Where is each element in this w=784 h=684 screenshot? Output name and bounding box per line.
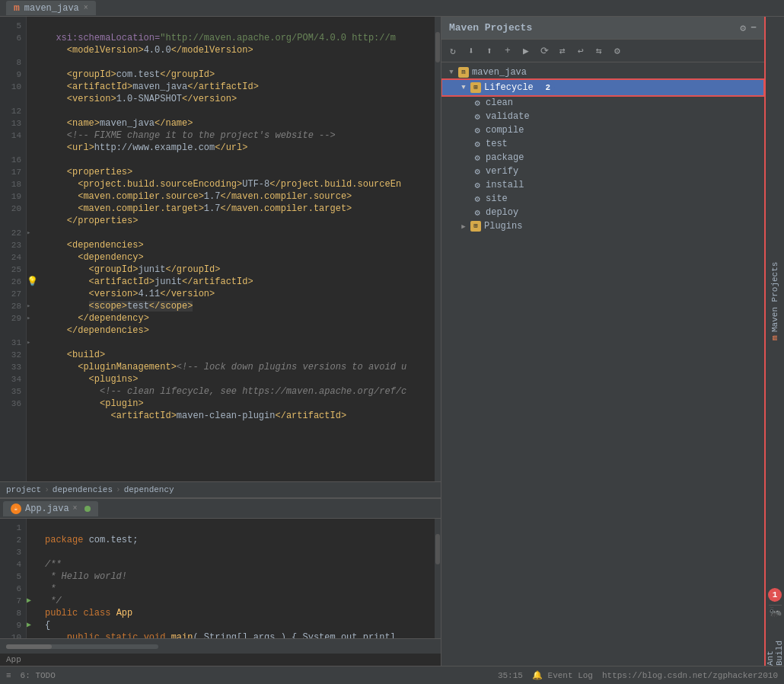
tree-root-label: maven_java — [472, 67, 527, 78]
editor-pane: 56 89 10 121314 16171819 20 222324 25262… — [0, 17, 441, 666]
close-tab-button[interactable]: × — [84, 4, 88, 12]
event-log-btn[interactable]: 🔔 Event Log — [532, 670, 593, 680]
ant-build-label: Ant Build — [766, 622, 784, 666]
tree-item-clean[interactable]: ⚙ clean — [441, 96, 764, 110]
tree-item-test[interactable]: ⚙ test — [441, 137, 764, 151]
tree-item-deploy[interactable]: ⚙ deploy — [441, 206, 764, 219]
maven-settings-btn[interactable]: ⚙ — [609, 43, 626, 59]
clean-gear-icon: ⚙ — [472, 97, 483, 108]
maven-skip-btn[interactable]: ↩ — [572, 43, 589, 59]
compile-gear-icon: ⚙ — [472, 125, 483, 136]
plugins-folder-icon: ⊞ — [470, 221, 481, 232]
breadcrumb-dependencies[interactable]: dependencies — [53, 485, 113, 494]
maven-java-tab[interactable]: m maven_java × — [6, 1, 96, 15]
test-gear-icon: ⚙ — [472, 139, 483, 149]
lifecycle-badge: 2 — [541, 81, 555, 94]
ant-icon: 🐜 — [769, 606, 782, 618]
tree-clean-label: clean — [486, 97, 513, 108]
tree-plugins-label: Plugins — [484, 221, 522, 232]
tree-package-label: package — [486, 152, 524, 163]
ant-build-section[interactable]: 🐜 Ant Build — [769, 605, 782, 666]
bottom-line-numbers: 123456 789101112 1314 — [0, 519, 27, 638]
maven-header: Maven Projects ⚙ − — [441, 17, 764, 40]
maven-folder-icon: m — [458, 67, 469, 78]
maven-filter-btn[interactable]: ⇆ — [591, 43, 607, 59]
verify-gear-icon: ⚙ — [472, 166, 483, 177]
tab-title: maven_java — [24, 3, 79, 14]
tree-compile-label: compile — [486, 125, 524, 136]
tree-validate-label: validate — [486, 111, 530, 122]
maven-refresh-btn[interactable]: ↻ — [445, 43, 461, 59]
breadcrumb: project › dependencies › dependency — [0, 481, 441, 498]
package-gear-icon: ⚙ — [472, 152, 483, 163]
sidebar-badge: 1 — [768, 588, 782, 602]
deploy-gear-icon: ⚙ — [472, 207, 483, 218]
install-gear-icon: ⚙ — [472, 180, 483, 190]
tree-deploy-label: deploy — [486, 207, 518, 218]
url-label: https://blog.csdn.net/zgphacker2010 — [602, 671, 778, 680]
close-app-tab[interactable]: × — [73, 504, 78, 513]
lifecycle-folder-icon: ⊞ — [470, 82, 481, 93]
maven-projects-sidebar-tab[interactable]: m Maven Projects — [770, 17, 779, 585]
code-text-top[interactable]: xsi:schemaLocation="http://maven.apache.… — [39, 17, 435, 481]
maven-upload-btn[interactable]: ⬆ — [481, 43, 498, 59]
maven-run-debug-btn[interactable]: ⟳ — [536, 43, 553, 59]
todo-label[interactable]: 6: TODO — [21, 671, 56, 680]
bottom-scrollbar[interactable] — [435, 519, 441, 638]
maven-panel: Maven Projects ⚙ − ↻ ⬇ ⬆ + ▶ ⟳ ⇄ ↩ ⇆ ⚙ ▼… — [441, 17, 764, 666]
tree-test-label: test — [486, 139, 508, 149]
tree-verify-label: verify — [486, 166, 518, 177]
validate-gear-icon: ⚙ — [472, 111, 483, 122]
maven-download-btn[interactable]: ⬇ — [463, 43, 480, 59]
tree-plugins-item[interactable]: ▶ ⊞ Plugins — [441, 219, 764, 233]
bottom-code-text[interactable]: package com.test; /** * Hello world! * *… — [39, 519, 435, 638]
maven-link-btn[interactable]: ⇄ — [554, 43, 571, 59]
tree-item-validate[interactable]: ⚙ validate — [441, 110, 764, 123]
maven-settings-icon[interactable]: ⚙ — [740, 22, 746, 34]
status-left: ≡ 6: TODO — [6, 671, 56, 680]
code-content-top: 56 89 10 121314 16171819 20 222324 25262… — [0, 17, 441, 481]
bottom-editor: ☕ App.java × 123456 789101112 1314 ▶ — [0, 498, 441, 666]
tree-item-install[interactable]: ⚙ install — [441, 178, 764, 192]
editor-scrollbar[interactable] — [435, 17, 441, 481]
site-gear-icon: ⚙ — [472, 193, 483, 204]
breadcrumb-sep-1: › — [44, 485, 49, 494]
maven-tree: ▼ m maven_java ▼ ⊞ Lifecycle 2 ⚙ clean ⚙… — [441, 62, 764, 666]
breadcrumb-dependency[interactable]: dependency — [124, 485, 174, 494]
app-java-tab[interactable]: ☕ App.java × — [3, 501, 98, 516]
title-bar: m maven_java × — [0, 0, 784, 17]
right-sidebar: m Maven Projects 1 🐜 Ant Build — [764, 17, 784, 666]
plugins-arrow: ▶ — [460, 222, 467, 230]
maven-run-btn[interactable]: ▶ — [518, 43, 534, 59]
tree-lifecycle-item[interactable]: ▼ ⊞ Lifecycle 2 — [441, 79, 764, 96]
tree-install-label: install — [486, 180, 524, 190]
tree-item-compile[interactable]: ⚙ compile — [441, 123, 764, 137]
file-saved-indicator — [84, 506, 91, 512]
tree-item-verify[interactable]: ⚙ verify — [441, 165, 764, 178]
sidebar-maven-label: Maven Projects — [770, 261, 779, 331]
code-editor-top: 56 89 10 121314 16171819 20 222324 25262… — [0, 17, 441, 481]
line-numbers: 56 89 10 121314 16171819 20 222324 25262… — [0, 17, 27, 481]
maven-toolbar: ↻ ⬇ ⬆ + ▶ ⟳ ⇄ ↩ ⇆ ⚙ — [441, 40, 764, 62]
bottom-editor-tab-bar: ☕ App.java × — [0, 499, 441, 519]
maven-minimize-icon[interactable]: − — [751, 22, 757, 34]
root-arrow: ▼ — [448, 69, 455, 76]
status-right: 35:15 🔔 Event Log https://blog.csdn.net/… — [498, 670, 778, 680]
maven-icon: m — [14, 2, 20, 14]
tree-root-item[interactable]: ▼ m maven_java — [441, 66, 764, 79]
maven-panel-title: Maven Projects — [449, 22, 532, 34]
app-java-tab-label: App.java — [25, 503, 69, 514]
tree-site-label: site — [486, 193, 508, 204]
lifecycle-arrow: ▼ — [460, 84, 467, 91]
tree-item-site[interactable]: ⚙ site — [441, 192, 764, 206]
breadcrumb-sep-2: › — [116, 485, 121, 494]
sidebar-m-icon: m — [770, 335, 779, 340]
bottom-file-label: App — [0, 654, 441, 666]
maven-add-btn[interactable]: + — [499, 43, 516, 59]
bottom-code-content: 123456 789101112 1314 ▶ ▶ package com.te… — [0, 519, 441, 638]
breadcrumb-project[interactable]: project — [6, 485, 41, 494]
tree-item-package[interactable]: ⚙ package — [441, 151, 764, 165]
java-icon: ☕ — [11, 503, 21, 514]
bottom-scroll — [6, 644, 158, 649]
status-menu-icon[interactable]: ≡ — [6, 671, 11, 680]
